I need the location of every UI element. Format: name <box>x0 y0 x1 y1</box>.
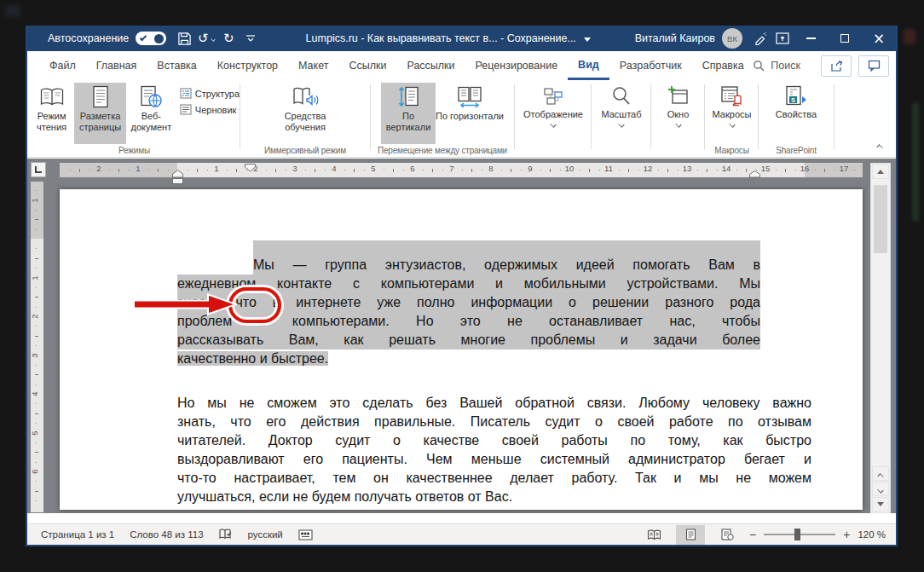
print-layout-view-button[interactable] <box>676 525 705 545</box>
maximize-icon <box>840 34 849 43</box>
macros-dropdown-button[interactable]: Макросы <box>707 83 758 144</box>
ruler-tick <box>619 170 620 170</box>
triangle-down-icon <box>877 502 884 506</box>
zoom-level-indicator[interactable]: 120 % <box>858 529 886 540</box>
tab-3[interactable]: Конструктор <box>207 51 288 80</box>
tab-7[interactable]: Рецензирование <box>465 51 569 80</box>
display-dropdown-button[interactable]: Отображение <box>517 83 590 144</box>
document-text-line[interactable]: улучшаться, если не будем получать ответ… <box>177 488 811 506</box>
window-dropdown-button[interactable]: Окно <box>654 83 703 144</box>
minimize-button[interactable] <box>794 26 828 51</box>
ink-pen-icon[interactable] <box>749 27 771 49</box>
keyboard-language-icon[interactable] <box>298 529 313 540</box>
draft-view-button[interactable]: Черновик <box>180 104 240 115</box>
ruler-number: 1 <box>214 164 218 173</box>
avatar[interactable]: ВК <box>722 28 742 49</box>
ruler-tick <box>628 169 629 172</box>
ruler-tick <box>638 170 639 170</box>
zoom-slider-thumb[interactable] <box>794 529 800 540</box>
outline-view-button[interactable]: Структура <box>180 88 240 99</box>
tab-10[interactable]: Справка <box>692 51 754 80</box>
document-text-line[interactable]: рассказывать Вам, как решать многие проб… <box>177 331 760 350</box>
ruler-tick <box>35 491 38 492</box>
hanging-indent-marker[interactable] <box>172 170 183 184</box>
document-text-line[interactable]: знать, что его действия правильные. Писа… <box>177 413 811 431</box>
ruler-tick <box>286 170 286 170</box>
tab-9[interactable]: Разработчик <box>609 51 692 80</box>
tab-8[interactable]: Вид <box>568 51 609 80</box>
page-number-indicator[interactable]: Страница 1 из 1 <box>41 529 114 540</box>
document-text-line[interactable]: выздоравливают его пациенты. Чем меньше … <box>177 450 811 469</box>
next-page-button[interactable] <box>872 482 889 496</box>
web-layout-button[interactable]: Веб-документ <box>126 83 176 144</box>
undo-button[interactable]: ↺ <box>195 27 217 49</box>
document-text-line[interactable]: что-то настраивает, тем он качественнее … <box>177 469 811 488</box>
ruler-tick <box>35 374 38 375</box>
ribbon-display-options-icon[interactable] <box>771 27 794 49</box>
sharepoint-properties-icon: S <box>783 85 809 107</box>
tab-6[interactable]: Рассылки <box>396 51 465 80</box>
search-box[interactable]: Поиск <box>753 60 800 72</box>
user-name[interactable]: Виталий Каиров <box>635 32 715 44</box>
vertical-ruler[interactable]: 1123456 <box>31 182 43 512</box>
scroll-up-button[interactable] <box>872 165 889 179</box>
scroll-down-button[interactable] <box>872 497 889 511</box>
title-dropdown-icon[interactable] <box>584 38 591 42</box>
properties-button[interactable]: S Свойства <box>766 83 826 144</box>
tab-stop-selector[interactable] <box>31 162 46 177</box>
ruler-tick <box>854 170 855 170</box>
close-button[interactable]: × <box>862 26 896 51</box>
zoom-in-button[interactable]: + <box>843 528 850 541</box>
zoom-out-button[interactable]: − <box>749 528 756 541</box>
document-text-line[interactable]: качественно и быстрее. <box>177 350 760 368</box>
learning-tools-button[interactable]: Средства обучения <box>274 83 336 144</box>
ribbon-group-show: Отображение <box>515 80 592 157</box>
redo-button[interactable]: ↻ <box>217 27 240 49</box>
document-text-line[interactable]: Мы — группа энтузиастов, одержимых идеей… <box>253 256 760 274</box>
zoom-slider[interactable] <box>764 534 835 535</box>
read-mode-button[interactable]: Режим чтения <box>29 83 74 144</box>
ruler-number: 3 <box>292 164 297 173</box>
language-indicator[interactable]: русский <box>248 529 283 540</box>
print-layout-icon <box>685 529 696 540</box>
word-count-indicator[interactable]: Слово 48 из 113 <box>130 529 203 540</box>
tab-5[interactable]: Ссылки <box>338 51 396 80</box>
tab-1[interactable]: Главная <box>86 51 147 80</box>
print-layout-button[interactable]: Разметка страницы <box>74 83 126 144</box>
ruler-tick <box>109 170 110 170</box>
save-icon[interactable] <box>173 27 195 49</box>
quick-access-toolbar-menu[interactable] <box>240 27 262 49</box>
ruler-tick <box>266 170 267 170</box>
document-text-line[interactable]: Но мы не сможем это сделать без Вашей об… <box>177 394 811 413</box>
document-page[interactable]: Мы — группа энтузиастов, одержимых идеей… <box>60 189 863 510</box>
vertical-scrollbar[interactable] <box>870 163 891 513</box>
zoom-dropdown-button[interactable]: Масштаб <box>593 83 650 144</box>
tab-0[interactable]: Файл <box>39 51 86 80</box>
autosave-toggle[interactable] <box>136 32 166 45</box>
collapse-ribbon-icon[interactable] <box>876 144 882 150</box>
ruler-tick <box>560 170 561 170</box>
web-layout-view-button[interactable] <box>713 525 742 545</box>
previous-page-button[interactable] <box>872 466 889 481</box>
ruler-tick <box>36 248 37 249</box>
vertical-movement-button[interactable]: По вертикали <box>381 83 436 144</box>
right-indent-marker[interactable] <box>749 170 760 178</box>
web-layout-icon <box>139 85 163 109</box>
vertical-scroll-thumb[interactable] <box>874 185 887 253</box>
ruler-tick <box>35 297 38 298</box>
selection-highlight <box>253 240 760 256</box>
share-button[interactable] <box>821 55 852 77</box>
tab-2[interactable]: Вставка <box>147 51 206 80</box>
first-line-indent-marker[interactable] <box>245 164 256 172</box>
ruler-tick <box>325 170 326 170</box>
read-mode-view-button[interactable] <box>639 525 668 545</box>
maximize-button[interactable] <box>828 26 862 51</box>
ruler-tick <box>168 170 169 170</box>
ruler-number: 16 <box>800 164 810 173</box>
horizontal-movement-button[interactable]: По горизонтали <box>436 83 504 144</box>
tab-4[interactable]: Макет <box>288 51 338 80</box>
proofing-icon[interactable] <box>219 529 233 540</box>
ruler-tick <box>580 170 580 170</box>
comments-button[interactable] <box>858 55 889 77</box>
document-text-line[interactable]: читателей. Доктор судит о качестве своей… <box>177 431 811 450</box>
